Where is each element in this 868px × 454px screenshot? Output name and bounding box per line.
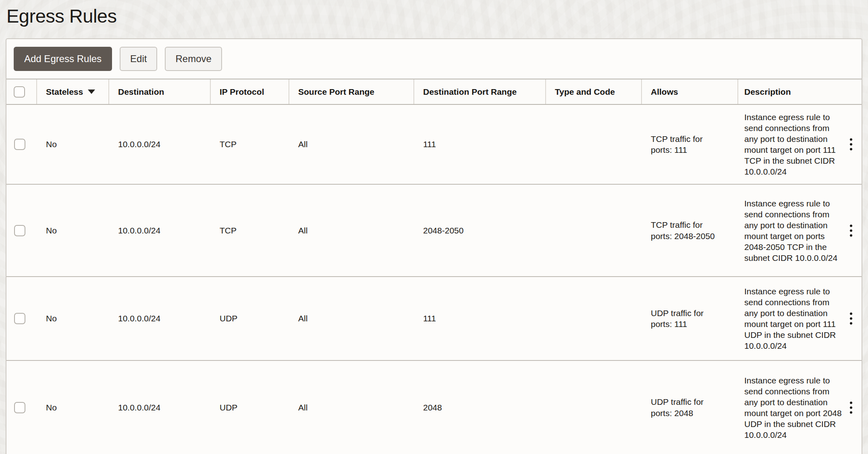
cell-destination: 10.0.0.0/24 xyxy=(109,309,211,328)
column-header-destination-port-range: Destination Port Range xyxy=(414,79,546,104)
select-all-checkbox[interactable] xyxy=(14,86,25,98)
add-egress-rules-button[interactable]: Add Egress Rules xyxy=(14,47,112,71)
cell-type-and-code xyxy=(546,314,642,323)
cell-ip-protocol: UDP xyxy=(211,398,289,417)
column-header-stateless-label: Stateless xyxy=(46,87,83,97)
cell-ip-protocol: TCP xyxy=(211,135,289,154)
cell-destination: 10.0.0.0/24 xyxy=(109,221,211,240)
cell-type-and-code xyxy=(546,140,642,148)
row-actions-kebab-icon[interactable] xyxy=(843,222,859,239)
remove-button[interactable]: Remove xyxy=(165,47,222,71)
allows-text: UDP traffic for ports: 2048 xyxy=(651,396,723,419)
row-actions-kebab-icon[interactable] xyxy=(843,399,859,416)
cell-stateless: No xyxy=(37,221,109,240)
table-row: No 10.0.0.0/24 TCP All 111 TCP traffic f… xyxy=(6,105,862,185)
cell-type-and-code xyxy=(546,404,642,412)
header-checkbox-cell xyxy=(6,79,37,104)
page-header: Egress Rules xyxy=(0,0,868,38)
cell-destination-port-range: 2048-2050 xyxy=(414,221,546,240)
cell-destination-port-range: 111 xyxy=(414,309,546,328)
cell-destination: 10.0.0.0/24 xyxy=(109,135,211,154)
cell-destination: 10.0.0.0/24 xyxy=(109,398,211,417)
toolbar: Add Egress Rules Edit Remove xyxy=(6,39,862,79)
egress-rules-panel: Add Egress Rules Edit Remove Stateless D… xyxy=(6,38,862,454)
edit-button[interactable]: Edit xyxy=(120,47,157,71)
column-header-stateless[interactable]: Stateless xyxy=(37,79,109,104)
column-header-type-and-code: Type and Code xyxy=(546,79,642,104)
column-header-allows: Allows xyxy=(642,79,738,104)
cell-allows: TCP traffic for ports: 111 xyxy=(642,129,738,160)
table-row: No 10.0.0.0/24 UDP All 2048 UDP traffic … xyxy=(6,361,862,454)
column-header-ip-protocol: IP Protocol xyxy=(211,79,289,104)
cell-ip-protocol: TCP xyxy=(211,221,289,240)
allows-text: TCP traffic for ports: 2048-2050 xyxy=(651,219,723,242)
cell-description: Instance egress rule to send connections… xyxy=(738,279,862,358)
cell-source-port-range: All xyxy=(289,309,414,328)
cell-description: Instance egress rule to send connections… xyxy=(738,105,862,184)
cell-allows: TCP traffic for ports: 2048-2050 xyxy=(642,215,738,246)
column-header-destination: Destination xyxy=(109,79,211,104)
cell-type-and-code xyxy=(546,227,642,235)
cell-stateless: No xyxy=(37,309,109,328)
cell-source-port-range: All xyxy=(289,221,414,240)
cell-destination-port-range: 111 xyxy=(414,135,546,154)
table-row: No 10.0.0.0/24 UDP All 111 UDP traffic f… xyxy=(6,277,862,361)
cell-stateless: No xyxy=(37,398,109,417)
description-text: Instance egress rule to send connections… xyxy=(744,286,843,351)
description-text: Instance egress rule to send connections… xyxy=(744,112,843,177)
allows-text: UDP traffic for ports: 111 xyxy=(651,308,723,330)
row-checkbox[interactable] xyxy=(14,139,25,150)
row-actions-kebab-icon[interactable] xyxy=(843,136,859,153)
sort-descending-icon xyxy=(88,90,95,94)
cell-destination-port-range: 2048 xyxy=(414,398,546,417)
page-title: Egress Rules xyxy=(6,5,862,27)
table-row: No 10.0.0.0/24 TCP All 2048-2050 TCP tra… xyxy=(6,185,862,277)
cell-allows: UDP traffic for ports: 2048 xyxy=(642,392,738,423)
cell-stateless: No xyxy=(37,135,109,154)
cell-ip-protocol: UDP xyxy=(211,309,289,328)
column-header-description: Description xyxy=(738,79,862,104)
row-actions-kebab-icon[interactable] xyxy=(843,310,859,327)
row-checkbox[interactable] xyxy=(14,402,25,413)
row-checkbox[interactable] xyxy=(14,225,25,236)
cell-source-port-range: All xyxy=(289,135,414,154)
cell-allows: UDP traffic for ports: 111 xyxy=(642,304,738,334)
cell-source-port-range: All xyxy=(289,398,414,417)
cell-description: Instance egress rule to send connections… xyxy=(738,368,862,447)
table-header-row: Stateless Destination IP Protocol Source… xyxy=(6,79,862,105)
allows-text: TCP traffic for ports: 111 xyxy=(651,133,723,156)
description-text: Instance egress rule to send connections… xyxy=(744,375,843,440)
cell-description: Instance egress rule to send connections… xyxy=(738,191,862,270)
description-text: Instance egress rule to send connections… xyxy=(744,198,843,263)
row-checkbox[interactable] xyxy=(14,313,25,324)
column-header-source-port-range: Source Port Range xyxy=(289,79,414,104)
